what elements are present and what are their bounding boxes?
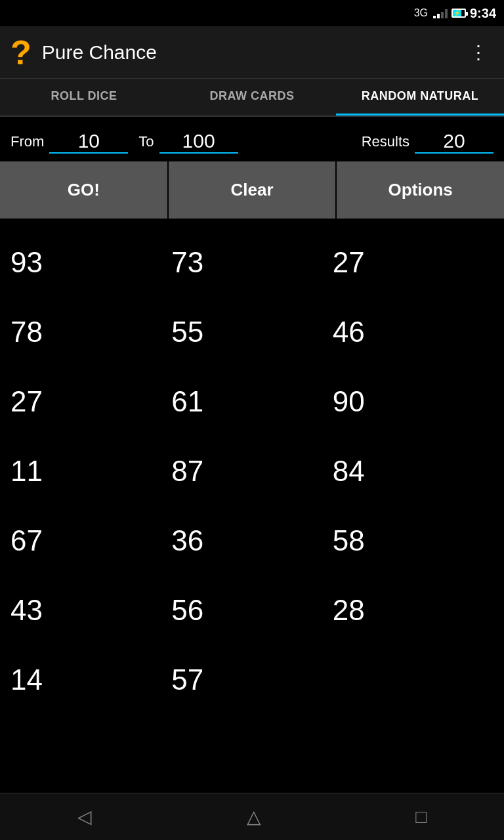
results-group: Results <box>362 130 494 154</box>
clock: 9:34 <box>470 6 496 21</box>
from-input[interactable] <box>49 130 128 154</box>
result-number: 84 <box>333 436 494 506</box>
back-button[interactable]: ◁ <box>58 799 112 834</box>
result-number: 14 <box>10 645 171 715</box>
result-number: 58 <box>333 506 494 576</box>
bottom-nav: ◁ △ □ <box>0 793 504 840</box>
button-row: GO! Clear Options <box>0 161 504 221</box>
clear-button[interactable]: Clear <box>169 161 336 219</box>
result-number: 55 <box>171 297 332 367</box>
result-number: 67 <box>10 506 171 576</box>
result-number: 56 <box>171 576 332 645</box>
result-number: 61 <box>171 367 332 436</box>
options-button[interactable]: Options <box>337 161 504 219</box>
results-input[interactable] <box>415 130 494 154</box>
result-number: 36 <box>171 506 332 576</box>
home-button[interactable]: △ <box>227 799 281 834</box>
go-button[interactable]: GO! <box>0 161 167 219</box>
result-number: 57 <box>171 645 332 715</box>
controls-row: From To Results <box>0 117 504 161</box>
result-number: 28 <box>333 576 494 645</box>
app-logo-icon: ? <box>10 35 32 70</box>
results-grid: 9373277855462761901187846736584356281457 <box>0 221 504 721</box>
network-label: 3G <box>414 7 428 19</box>
tab-bar: ROLL DICE DRAW CARDS RANDOM NATURAL <box>0 79 504 117</box>
app-bar: ? Pure Chance ⋮ <box>0 26 504 79</box>
result-number: 27 <box>10 367 171 436</box>
tab-roll-dice[interactable]: ROLL DICE <box>0 79 168 116</box>
to-label: To <box>138 133 154 150</box>
from-group: From <box>10 130 128 154</box>
result-number: 87 <box>171 436 332 506</box>
result-number <box>333 645 494 715</box>
tab-random-natural[interactable]: RANDOM NATURAL <box>336 79 504 116</box>
result-number: 78 <box>10 297 171 367</box>
recent-button[interactable]: □ <box>396 800 446 834</box>
result-number: 27 <box>333 228 494 297</box>
battery-bolt-icon: ⚡ <box>453 10 461 16</box>
results-label: Results <box>362 133 410 150</box>
from-label: From <box>10 133 44 150</box>
tab-draw-cards[interactable]: DRAW CARDS <box>168 79 336 116</box>
status-bar: 3G ⚡ 9:34 <box>0 0 504 26</box>
signal-icon <box>433 8 448 18</box>
result-number: 43 <box>10 576 171 645</box>
overflow-menu-button[interactable]: ⋮ <box>464 36 494 68</box>
to-input[interactable] <box>159 130 238 154</box>
result-number: 73 <box>171 228 332 297</box>
result-number: 46 <box>333 297 494 367</box>
result-number: 90 <box>333 367 494 436</box>
result-number: 11 <box>10 436 171 506</box>
result-number: 93 <box>10 228 171 297</box>
battery-icon: ⚡ <box>452 9 466 18</box>
app-title: Pure Chance <box>42 41 464 64</box>
to-group: To <box>138 130 238 154</box>
